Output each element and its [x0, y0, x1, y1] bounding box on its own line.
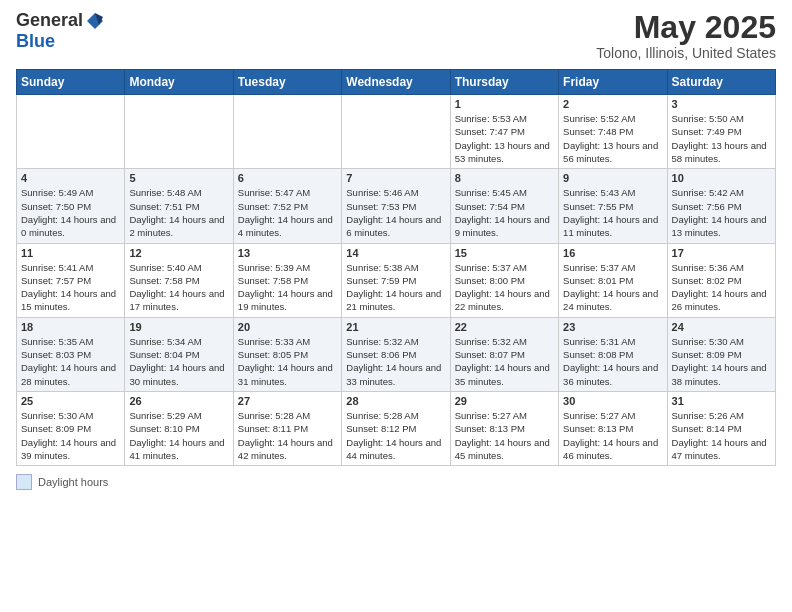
calendar-cell: 21Sunrise: 5:32 AMSunset: 8:06 PMDayligh… [342, 317, 450, 391]
day-info: Sunrise: 5:28 AMSunset: 8:12 PMDaylight:… [346, 409, 445, 462]
day-number: 19 [129, 321, 228, 333]
calendar-cell: 3Sunrise: 5:50 AMSunset: 7:49 PMDaylight… [667, 95, 775, 169]
day-number: 22 [455, 321, 554, 333]
logo-icon [85, 11, 105, 31]
day-info: Sunrise: 5:30 AMSunset: 8:09 PMDaylight:… [672, 335, 771, 388]
day-info: Sunrise: 5:52 AMSunset: 7:48 PMDaylight:… [563, 112, 662, 165]
day-info: Sunrise: 5:35 AMSunset: 8:03 PMDaylight:… [21, 335, 120, 388]
day-number: 8 [455, 172, 554, 184]
day-info: Sunrise: 5:42 AMSunset: 7:56 PMDaylight:… [672, 186, 771, 239]
day-number: 16 [563, 247, 662, 259]
day-info: Sunrise: 5:27 AMSunset: 8:13 PMDaylight:… [563, 409, 662, 462]
calendar-day-header: Saturday [667, 70, 775, 95]
calendar-cell: 8Sunrise: 5:45 AMSunset: 7:54 PMDaylight… [450, 169, 558, 243]
calendar-week-row: 4Sunrise: 5:49 AMSunset: 7:50 PMDaylight… [17, 169, 776, 243]
day-info: Sunrise: 5:28 AMSunset: 8:11 PMDaylight:… [238, 409, 337, 462]
day-info: Sunrise: 5:47 AMSunset: 7:52 PMDaylight:… [238, 186, 337, 239]
calendar-cell: 24Sunrise: 5:30 AMSunset: 8:09 PMDayligh… [667, 317, 775, 391]
calendar-cell: 1Sunrise: 5:53 AMSunset: 7:47 PMDaylight… [450, 95, 558, 169]
calendar-cell: 30Sunrise: 5:27 AMSunset: 8:13 PMDayligh… [559, 391, 667, 465]
day-number: 3 [672, 98, 771, 110]
calendar-cell: 27Sunrise: 5:28 AMSunset: 8:11 PMDayligh… [233, 391, 341, 465]
day-number: 5 [129, 172, 228, 184]
day-info: Sunrise: 5:31 AMSunset: 8:08 PMDaylight:… [563, 335, 662, 388]
day-info: Sunrise: 5:37 AMSunset: 8:00 PMDaylight:… [455, 261, 554, 314]
day-number: 24 [672, 321, 771, 333]
legend-box [16, 474, 32, 490]
day-info: Sunrise: 5:37 AMSunset: 8:01 PMDaylight:… [563, 261, 662, 314]
calendar-cell: 11Sunrise: 5:41 AMSunset: 7:57 PMDayligh… [17, 243, 125, 317]
legend: Daylight hours [16, 474, 776, 490]
calendar-cell: 15Sunrise: 5:37 AMSunset: 8:00 PMDayligh… [450, 243, 558, 317]
day-number: 2 [563, 98, 662, 110]
day-info: Sunrise: 5:40 AMSunset: 7:58 PMDaylight:… [129, 261, 228, 314]
day-info: Sunrise: 5:29 AMSunset: 8:10 PMDaylight:… [129, 409, 228, 462]
calendar-cell: 17Sunrise: 5:36 AMSunset: 8:02 PMDayligh… [667, 243, 775, 317]
calendar-week-row: 11Sunrise: 5:41 AMSunset: 7:57 PMDayligh… [17, 243, 776, 317]
logo-blue-text: Blue [16, 31, 55, 52]
calendar-cell: 2Sunrise: 5:52 AMSunset: 7:48 PMDaylight… [559, 95, 667, 169]
calendar-week-row: 1Sunrise: 5:53 AMSunset: 7:47 PMDaylight… [17, 95, 776, 169]
calendar-cell: 7Sunrise: 5:46 AMSunset: 7:53 PMDaylight… [342, 169, 450, 243]
calendar-cell: 10Sunrise: 5:42 AMSunset: 7:56 PMDayligh… [667, 169, 775, 243]
day-number: 15 [455, 247, 554, 259]
day-info: Sunrise: 5:53 AMSunset: 7:47 PMDaylight:… [455, 112, 554, 165]
day-number: 6 [238, 172, 337, 184]
title-block: May 2025 Tolono, Illinois, United States [596, 10, 776, 61]
calendar-cell: 14Sunrise: 5:38 AMSunset: 7:59 PMDayligh… [342, 243, 450, 317]
day-number: 11 [21, 247, 120, 259]
day-info: Sunrise: 5:45 AMSunset: 7:54 PMDaylight:… [455, 186, 554, 239]
calendar-cell: 26Sunrise: 5:29 AMSunset: 8:10 PMDayligh… [125, 391, 233, 465]
main-title: May 2025 [596, 10, 776, 45]
calendar-cell: 4Sunrise: 5:49 AMSunset: 7:50 PMDaylight… [17, 169, 125, 243]
day-info: Sunrise: 5:43 AMSunset: 7:55 PMDaylight:… [563, 186, 662, 239]
day-info: Sunrise: 5:50 AMSunset: 7:49 PMDaylight:… [672, 112, 771, 165]
calendar-day-header: Friday [559, 70, 667, 95]
calendar-cell: 5Sunrise: 5:48 AMSunset: 7:51 PMDaylight… [125, 169, 233, 243]
calendar-cell: 25Sunrise: 5:30 AMSunset: 8:09 PMDayligh… [17, 391, 125, 465]
day-info: Sunrise: 5:30 AMSunset: 8:09 PMDaylight:… [21, 409, 120, 462]
calendar-cell: 13Sunrise: 5:39 AMSunset: 7:58 PMDayligh… [233, 243, 341, 317]
day-number: 10 [672, 172, 771, 184]
day-number: 13 [238, 247, 337, 259]
day-info: Sunrise: 5:33 AMSunset: 8:05 PMDaylight:… [238, 335, 337, 388]
day-number: 27 [238, 395, 337, 407]
day-number: 26 [129, 395, 228, 407]
day-info: Sunrise: 5:26 AMSunset: 8:14 PMDaylight:… [672, 409, 771, 462]
day-number: 7 [346, 172, 445, 184]
calendar-cell: 18Sunrise: 5:35 AMSunset: 8:03 PMDayligh… [17, 317, 125, 391]
calendar-cell: 12Sunrise: 5:40 AMSunset: 7:58 PMDayligh… [125, 243, 233, 317]
subtitle: Tolono, Illinois, United States [596, 45, 776, 61]
calendar-day-header: Tuesday [233, 70, 341, 95]
day-info: Sunrise: 5:27 AMSunset: 8:13 PMDaylight:… [455, 409, 554, 462]
calendar-day-header: Monday [125, 70, 233, 95]
day-number: 28 [346, 395, 445, 407]
calendar-week-row: 25Sunrise: 5:30 AMSunset: 8:09 PMDayligh… [17, 391, 776, 465]
day-number: 4 [21, 172, 120, 184]
calendar-cell: 19Sunrise: 5:34 AMSunset: 8:04 PMDayligh… [125, 317, 233, 391]
calendar-cell: 29Sunrise: 5:27 AMSunset: 8:13 PMDayligh… [450, 391, 558, 465]
calendar-cell: 9Sunrise: 5:43 AMSunset: 7:55 PMDaylight… [559, 169, 667, 243]
calendar-table: SundayMondayTuesdayWednesdayThursdayFrid… [16, 69, 776, 466]
calendar-cell: 16Sunrise: 5:37 AMSunset: 8:01 PMDayligh… [559, 243, 667, 317]
calendar-day-header: Wednesday [342, 70, 450, 95]
day-info: Sunrise: 5:38 AMSunset: 7:59 PMDaylight:… [346, 261, 445, 314]
calendar-cell: 6Sunrise: 5:47 AMSunset: 7:52 PMDaylight… [233, 169, 341, 243]
calendar-day-header: Thursday [450, 70, 558, 95]
calendar-cell: 31Sunrise: 5:26 AMSunset: 8:14 PMDayligh… [667, 391, 775, 465]
day-number: 25 [21, 395, 120, 407]
day-number: 29 [455, 395, 554, 407]
calendar-week-row: 18Sunrise: 5:35 AMSunset: 8:03 PMDayligh… [17, 317, 776, 391]
day-number: 21 [346, 321, 445, 333]
day-number: 1 [455, 98, 554, 110]
calendar-cell: 23Sunrise: 5:31 AMSunset: 8:08 PMDayligh… [559, 317, 667, 391]
calendar-cell: 20Sunrise: 5:33 AMSunset: 8:05 PMDayligh… [233, 317, 341, 391]
day-info: Sunrise: 5:32 AMSunset: 8:07 PMDaylight:… [455, 335, 554, 388]
calendar-cell [233, 95, 341, 169]
day-number: 12 [129, 247, 228, 259]
calendar-cell: 22Sunrise: 5:32 AMSunset: 8:07 PMDayligh… [450, 317, 558, 391]
day-info: Sunrise: 5:48 AMSunset: 7:51 PMDaylight:… [129, 186, 228, 239]
day-info: Sunrise: 5:34 AMSunset: 8:04 PMDaylight:… [129, 335, 228, 388]
day-info: Sunrise: 5:36 AMSunset: 8:02 PMDaylight:… [672, 261, 771, 314]
day-info: Sunrise: 5:49 AMSunset: 7:50 PMDaylight:… [21, 186, 120, 239]
